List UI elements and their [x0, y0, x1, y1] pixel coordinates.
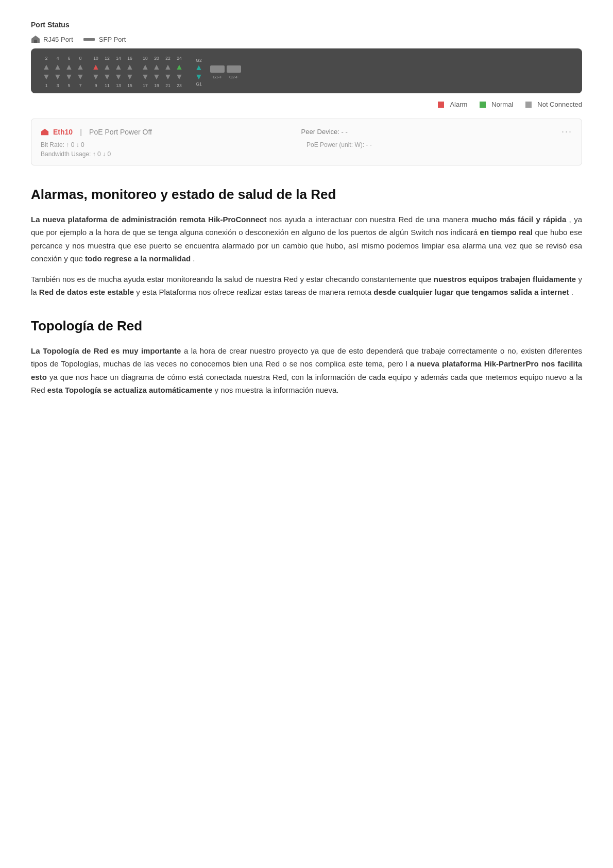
g2f-port[interactable]: [227, 65, 241, 73]
normal-legend: Normal: [480, 101, 513, 108]
section2-paragraph1: La Topología de Red es muy importante a …: [31, 344, 582, 397]
sfp-icon: [83, 38, 95, 41]
port-18[interactable]: ▲: [140, 62, 150, 72]
section1-heading: Alarmas, monitoreo y estado de salud de …: [31, 186, 582, 204]
port-row-bot-3: ▼ ▼ ▼ ▼: [140, 72, 184, 81]
port-row-top-1: ▲ ▲ ▲ ▲: [41, 62, 86, 72]
port-1[interactable]: ▼: [41, 72, 52, 81]
normal-dot: [480, 102, 486, 108]
g1f-port[interactable]: [210, 65, 225, 73]
port-name: Eth10: [53, 128, 73, 136]
port-23[interactable]: ▼: [174, 72, 184, 81]
port-7[interactable]: ▼: [75, 72, 86, 81]
port-5[interactable]: ▼: [64, 72, 74, 81]
section2-heading: Topología de Red: [31, 318, 582, 335]
sfp-ports-group: G1-F G2-F: [210, 64, 241, 79]
port-17[interactable]: ▼: [140, 72, 150, 81]
sfp-row: G1-F G2-F: [210, 64, 241, 79]
port-8[interactable]: ▲: [75, 62, 86, 72]
poe-status: PoE Port Power Off: [89, 128, 152, 136]
port-detail-card: Eth10 | PoE Port Power Off Peer Device: …: [31, 119, 582, 165]
port-10[interactable]: ▲: [91, 62, 101, 72]
port-status-section: Port Status RJ45 Port SFP Port 2 4 6 8: [31, 21, 582, 165]
bandwidth-usage: Bandwidth Usage: ↑ 0 ↓ 0: [41, 151, 572, 158]
more-options-button[interactable]: ···: [561, 126, 572, 137]
port-legend-row: RJ45 Port SFP Port: [31, 35, 582, 43]
port-group-17-24: 18 20 22 24 ▲ ▲ ▲ ▲ ▼ ▼ ▼ ▼: [140, 56, 184, 88]
port-detail-stats-row1: Bit Rate: ↑ 0 ↓ 0 PoE Power (unit: W): -…: [41, 141, 572, 148]
rj45-legend: RJ45 Port: [31, 35, 73, 43]
port-14[interactable]: ▲: [113, 62, 124, 72]
port-g1[interactable]: ▼: [194, 72, 204, 81]
normal-label: Normal: [491, 101, 513, 108]
port-24[interactable]: ▲: [174, 62, 184, 72]
port-g2[interactable]: ▲: [194, 63, 204, 72]
sfp-label: SFP Port: [99, 36, 126, 43]
section1-p1-intro: La nueva plataforma de administración re…: [31, 215, 266, 224]
top-numbers-3: 18 20 22 24: [140, 56, 184, 61]
port-22[interactable]: ▲: [163, 62, 173, 72]
port-row-bot-1: ▼ ▼ ▼ ▼: [41, 72, 86, 81]
g-ports-group: G2 ▲ ▼ G1: [194, 58, 204, 87]
port-alarm-icon: [41, 128, 49, 136]
bottom-numbers-2: 9 11 13 15: [91, 83, 135, 88]
port-21[interactable]: ▼: [163, 72, 173, 81]
alarm-label: Alarm: [450, 101, 467, 108]
section1-paragraph1: La nueva plataforma de administración re…: [31, 213, 582, 265]
port-19[interactable]: ▼: [151, 72, 162, 81]
switch-legend: Alarm Normal Not Connected: [31, 101, 582, 108]
brand-name: Hik-ProConnect: [208, 215, 266, 224]
rj45-label: RJ45 Port: [43, 36, 73, 43]
port-row-top-2: ▲ ▲ ▲ ▲: [91, 62, 135, 72]
port-16[interactable]: ▲: [125, 62, 135, 72]
top-numbers-1: 2 4 6 8: [41, 56, 86, 61]
g1f-sfp: G1-F: [210, 64, 225, 79]
port-4[interactable]: ▲: [53, 62, 63, 72]
port-row-bot-2: ▼ ▼ ▼ ▼: [91, 72, 135, 81]
port-12[interactable]: ▲: [102, 62, 112, 72]
sfp-legend: SFP Port: [83, 36, 126, 43]
bit-rate: Bit Rate: ↑ 0 ↓ 0: [41, 141, 306, 148]
switch-panel: 2 4 6 8 ▲ ▲ ▲ ▲ ▼ ▼ ▼ ▼: [31, 48, 582, 93]
port-3[interactable]: ▼: [53, 72, 63, 81]
alarm-legend: Alarm: [438, 101, 467, 108]
not-connected-dot: [525, 102, 532, 108]
port-detail-header: Eth10 | PoE Port Power Off Peer Device: …: [41, 126, 572, 137]
port-11[interactable]: ▼: [102, 72, 112, 81]
section-alarmas: Alarmas, monitoreo y estado de salud de …: [31, 186, 582, 299]
poe-power: PoE Power (unit: W): - -: [306, 141, 572, 148]
section-topologia: Topología de Red La Topología de Red es …: [31, 318, 582, 397]
port-20[interactable]: ▲: [151, 62, 162, 72]
top-numbers-2: 10 12 14 16: [91, 56, 135, 61]
port-13[interactable]: ▼: [113, 72, 124, 81]
port-2[interactable]: ▲: [41, 62, 52, 72]
bottom-numbers-3: 17 19 21 23: [140, 83, 184, 88]
svg-rect-1: [34, 40, 37, 43]
port-6[interactable]: ▲: [64, 62, 74, 72]
ports-pair-2: ▲ ▲ ▲ ▲ ▼ ▼ ▼ ▼: [91, 62, 135, 81]
port-detail-name-block: Eth10 | PoE Port Power Off: [41, 128, 301, 136]
section1-paragraph2: También nos es de mucha ayuda estar moni…: [31, 273, 582, 299]
port-detail-stats-row2: Bandwidth Usage: ↑ 0 ↓ 0: [41, 151, 572, 158]
g2f-sfp: G2-F: [227, 64, 241, 79]
rj45-icon: [31, 35, 40, 43]
not-connected-legend: Not Connected: [525, 101, 582, 108]
port-row-top-3: ▲ ▲ ▲ ▲: [140, 62, 184, 72]
port-status-title: Port Status: [31, 21, 582, 29]
bottom-numbers-1: 1 3 5 7: [41, 83, 86, 88]
svg-marker-2: [41, 128, 48, 135]
ports-pair-3: ▲ ▲ ▲ ▲ ▼ ▼ ▼ ▼: [140, 62, 184, 81]
port-group-1-8: 2 4 6 8 ▲ ▲ ▲ ▲ ▼ ▼ ▼ ▼: [41, 56, 86, 88]
port-15[interactable]: ▼: [125, 72, 135, 81]
ports-pair-1: ▲ ▲ ▲ ▲ ▼ ▼ ▼ ▼: [41, 62, 86, 81]
peer-device: Peer Device: - -: [301, 128, 562, 136]
port-9[interactable]: ▼: [91, 72, 101, 81]
port-group-9-16: 10 12 14 16 ▲ ▲ ▲ ▲ ▼ ▼ ▼ ▼: [91, 56, 135, 88]
alarm-dot: [438, 102, 444, 108]
not-connected-label: Not Connected: [537, 101, 582, 108]
g2-group: G2 ▲ ▼ G1: [194, 58, 204, 87]
